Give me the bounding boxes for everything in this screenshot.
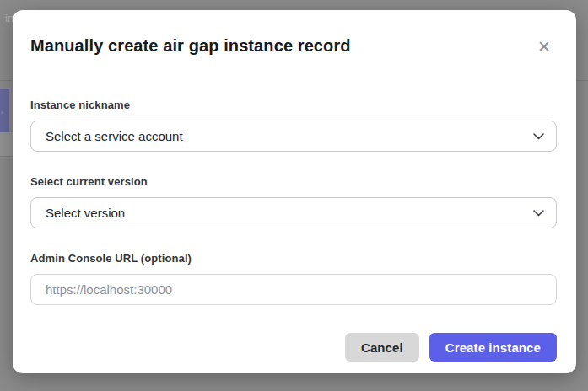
modal-form: Instance nickname Select a service accou… [30,99,557,305]
chevron-down-icon [533,133,544,140]
instance-nickname-select[interactable]: Select a service account [30,121,557,152]
modal-header: Manually create air gap instance record … [30,10,557,56]
field-instance-nickname: Instance nickname Select a service accou… [30,99,557,152]
background-panel-edge [0,132,13,156]
modal-title: Manually create air gap instance record [30,35,351,56]
current-version-select-value: Select version [46,206,125,220]
instance-nickname-select-value: Select a service account [46,129,183,143]
background-divider-lower [0,156,13,157]
create-instance-button[interactable]: Create instance [429,333,557,362]
instance-nickname-label: Instance nickname [30,99,557,111]
cancel-button[interactable]: Cancel [345,333,419,362]
field-admin-console-url: Admin Console URL (optional) [30,252,557,305]
admin-console-url-label: Admin Console URL (optional) [30,252,557,265]
background-button-edge: › [0,89,9,132]
field-current-version: Select current version Select version [30,175,557,228]
close-icon[interactable]: ✕ [534,37,554,56]
current-version-label: Select current version [30,175,557,188]
chevron-down-icon [533,210,544,217]
admin-console-url-input[interactable] [30,274,557,305]
background-caret-icon: › [0,108,4,116]
current-version-select[interactable]: Select version [30,197,557,228]
create-airgap-instance-modal: Manually create air gap instance record … [13,10,576,373]
modal-footer: Cancel Create instance [30,333,557,362]
